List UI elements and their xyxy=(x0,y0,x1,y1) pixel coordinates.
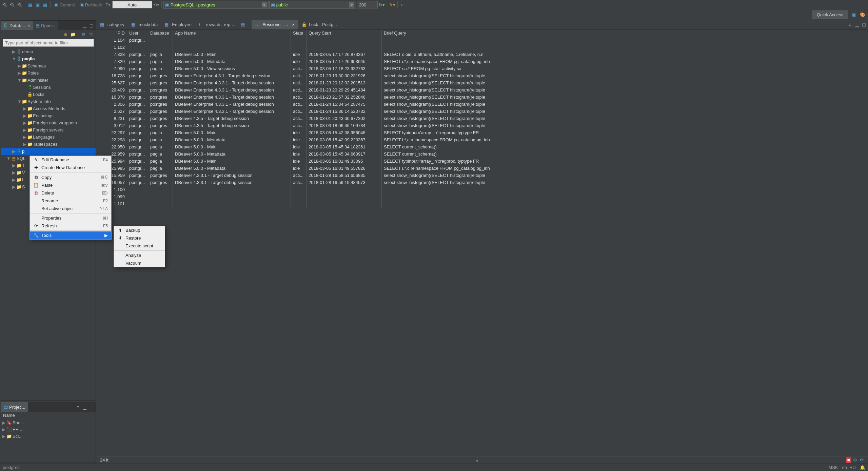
tab-project-explorer[interactable]: ▤ Projec... xyxy=(1,402,28,412)
editor-tab[interactable]: ƒrewards_rep... xyxy=(195,20,237,29)
table-row[interactable]: 7,329postgr...pagilaDBeaver 5.0.0 - Meta… xyxy=(97,59,868,66)
table-row[interactable]: 2,627postgr...postgresDBeaver Enterprise… xyxy=(97,108,868,116)
table-row[interactable]: 1,104postgr... xyxy=(97,37,868,44)
context-menu[interactable]: ✎Edit DatabaseF4✚Create New Database⧉Cop… xyxy=(29,156,112,240)
tree-item[interactable]: 🔒Locks xyxy=(1,91,96,98)
plug-icon[interactable]: 🔌 xyxy=(1,1,8,8)
close-icon[interactable]: × xyxy=(28,23,31,28)
tx-mode-input[interactable] xyxy=(112,1,152,8)
tree-item[interactable]: ▼📁Administer xyxy=(1,77,96,84)
notifications-icon[interactable]: 🔔 xyxy=(860,465,865,470)
table-row[interactable]: 8,231postgr...postgresDBeaver 4.3.5 - Ta… xyxy=(97,116,868,123)
project-item[interactable]: ▶⬛ ER ... xyxy=(1,426,96,433)
refresh-icon[interactable]: ↻▾ xyxy=(378,1,385,8)
editor-tab[interactable]: ▦Employee xyxy=(161,20,195,29)
table-row[interactable]: 1,101 xyxy=(97,201,868,208)
table-row[interactable]: 2,306postgr...postgresDBeaver Enterprise… xyxy=(97,101,868,108)
maximize-icon[interactable]: ▢ xyxy=(89,23,94,28)
tree-item[interactable]: ⠿Sessions xyxy=(1,84,96,91)
perspective-icon[interactable]: ▦ xyxy=(850,11,857,18)
editor-tab[interactable]: ▤ xyxy=(237,20,252,29)
tree-item[interactable]: ▶📁Encodings xyxy=(1,112,96,119)
tx-mode-icon[interactable]: T▾ xyxy=(105,1,112,8)
tab-projects[interactable]: ▤ Прое... xyxy=(33,21,58,30)
link-icon[interactable]: ⇆ xyxy=(87,31,94,38)
table-row[interactable]: 3,012postgr...postgresDBeaver 4.3.5 - Ta… xyxy=(97,123,868,130)
palette-icon[interactable]: 🎨 xyxy=(859,11,866,18)
project-item[interactable]: ▶📁 Scr... xyxy=(1,433,96,439)
table-row[interactable]: 7,990postgr...pagilaDBeaver 5.0.0 - View… xyxy=(97,66,868,73)
editor-tab[interactable]: ⠿Sessions - ...× xyxy=(252,20,298,29)
connection-combo[interactable]: ▣ PostgreSQL - postgres ▾ xyxy=(163,1,269,9)
table-row[interactable]: 25,994postgr...pagilaDBeaver 5.0.0 - Mai… xyxy=(97,158,868,165)
table-row[interactable]: 22,297postgr...pagilaDBeaver 5.0.0 - Mai… xyxy=(97,130,868,137)
tree-item[interactable]: ▶📁Access Methods xyxy=(1,105,96,112)
tab-database-navigator[interactable]: 🗄 Datab... × xyxy=(1,21,33,30)
column-header[interactable]: Query Start xyxy=(307,30,382,37)
context-submenu-tools[interactable]: ⬆Backup⬇RestoreExecute scriptAnalyzeVacu… xyxy=(114,226,165,267)
tree-item[interactable]: ▶📁Languages xyxy=(1,134,96,141)
menu-item[interactable]: ⬇Restore xyxy=(114,234,165,242)
menu-item[interactable]: ⬆Backup xyxy=(114,226,165,234)
table-row[interactable]: 16,378postgr...postgresDBeaver Enterpris… xyxy=(97,94,868,101)
tree-item[interactable]: ▼📁System Info xyxy=(1,98,96,105)
tree-item[interactable]: ▶📁Schemas xyxy=(1,62,96,69)
maximize-icon[interactable]: ▢ xyxy=(861,22,867,27)
tree-item[interactable]: ▶🗄demo xyxy=(1,48,96,55)
column-header[interactable]: App Name xyxy=(173,30,291,37)
new-conn-icon[interactable]: ⊕ xyxy=(62,31,69,38)
tree-item[interactable]: ▶📁Foreign data wrappers xyxy=(1,119,96,126)
menu-item[interactable]: Vacuum xyxy=(114,259,165,267)
sql-recent-icon[interactable]: ▦ xyxy=(42,1,48,8)
edit-icon[interactable]: ✎▾ xyxy=(389,1,396,8)
table-row[interactable]: 22,959postgr...pagilaDBeaver 5.0.0 - Met… xyxy=(97,151,868,158)
folder-icon[interactable]: 📁 xyxy=(70,31,76,38)
sql-new-icon[interactable]: ▦ xyxy=(27,1,34,8)
table-row[interactable]: 22,298postgr...pagilaDBeaver 5.0.0 - Met… xyxy=(97,137,868,144)
table-row[interactable]: 1,100 xyxy=(97,187,868,194)
editor-tab[interactable]: 🔒Lock - Postg... xyxy=(298,20,340,29)
commit-button[interactable]: ▣Commit xyxy=(52,2,77,8)
table-row[interactable]: 29,409postgr...postgresDBeaver Enterpris… xyxy=(97,87,868,94)
table-row[interactable]: 25,995postgr...pagilaDBeaver 5.0.0 - Met… xyxy=(97,165,868,172)
menu-item[interactable]: ⧉Copy⌘C xyxy=(30,173,111,181)
sessions-grid[interactable]: PIDUserDatabaseApp NameStateQuery StartB… xyxy=(97,30,868,456)
menu-item[interactable]: ✎Edit DatabaseF4 xyxy=(30,156,111,164)
table-row[interactable]: 1,099 xyxy=(97,194,868,201)
schema-combo[interactable]: ▣ public ▾ xyxy=(269,1,356,9)
table-row[interactable]: 22,950postgr...pagilaDBeaver 5.0.0 - Mai… xyxy=(97,144,868,151)
project-tree[interactable]: ▶🔖 Boo...▶⬛ ER ...▶📁 Scr... xyxy=(1,419,96,439)
tree-item[interactable]: ▶📁Foreign servers xyxy=(1,126,96,134)
tree-item[interactable]: ▶🗄p xyxy=(1,148,96,155)
refresh-icon[interactable]: ⟳ xyxy=(859,457,865,463)
column-header[interactable]: Database xyxy=(148,30,173,37)
column-header[interactable]: State xyxy=(291,30,307,37)
table-row[interactable]: 25,627postgr...postgresDBeaver Enterpris… xyxy=(97,80,868,87)
menu-item[interactable]: Set active object^⇧A xyxy=(30,205,111,212)
table-row[interactable]: 16,057postgr...postgresDBeaver 4.3.3.1 -… xyxy=(97,180,868,187)
minimize-icon[interactable]: ▁ xyxy=(82,23,87,28)
minimize-icon[interactable]: ▁ xyxy=(82,404,87,410)
table-row[interactable]: 15,959postgr...postgresDBeaver 4.3.3.1 -… xyxy=(97,172,868,180)
tree-item[interactable]: ▼🗄pagila xyxy=(1,55,96,62)
close-icon[interactable]: × xyxy=(292,22,295,27)
column-header[interactable]: User xyxy=(127,30,148,37)
editor-tab[interactable]: ▦mockdata xyxy=(128,20,161,29)
menu-item[interactable]: Analyze xyxy=(114,251,165,259)
menu-item[interactable]: 🔧Tools▶ xyxy=(30,231,111,239)
menu-item[interactable]: ⟳RefreshF5 xyxy=(30,222,111,230)
table-row[interactable]: 7,328postgr...pagilaDBeaver 5.0.0 - Main… xyxy=(97,52,868,59)
history-icon[interactable]: ⟲▾ xyxy=(153,1,160,8)
menu-item[interactable]: ✚Create New Database xyxy=(30,164,111,171)
menu-item[interactable]: 📋Paste⌘V xyxy=(30,181,111,189)
gear-icon[interactable]: ⚙ xyxy=(852,457,858,463)
rollback-button[interactable]: ▣Rollback xyxy=(78,2,104,8)
menu-item[interactable]: RenameF2 xyxy=(30,197,111,205)
menu-item[interactable]: Execute script xyxy=(114,242,165,250)
table-row[interactable]: 16,728postgr...postgresDBeaver Enterpris… xyxy=(97,73,868,80)
stop-icon[interactable]: ■ xyxy=(846,457,851,463)
project-item[interactable]: ▶🔖 Boo... xyxy=(1,419,96,426)
plug-add-icon[interactable]: 🔌 xyxy=(9,1,16,8)
back-icon[interactable]: ↩ xyxy=(399,1,406,8)
tree-item[interactable]: ▶📁Roles xyxy=(1,69,96,77)
